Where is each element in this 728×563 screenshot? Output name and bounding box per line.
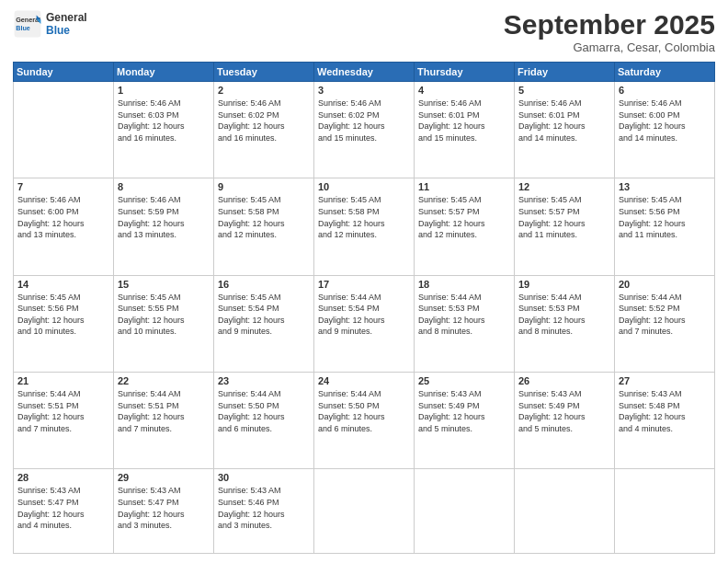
svg-text:Blue: Blue xyxy=(16,24,30,32)
logo-text-general: General xyxy=(46,11,87,24)
day-number: 20 xyxy=(619,279,711,290)
calendar-cell: 13Sunrise: 5:45 AM Sunset: 5:56 PM Dayli… xyxy=(615,178,715,275)
day-info: Sunrise: 5:43 AM Sunset: 5:47 PM Dayligh… xyxy=(118,485,210,531)
day-number: 25 xyxy=(418,375,510,386)
day-number: 27 xyxy=(619,375,711,386)
day-number: 2 xyxy=(218,85,310,96)
calendar-cell: 5Sunrise: 5:46 AM Sunset: 6:01 PM Daylig… xyxy=(515,82,615,178)
day-number: 5 xyxy=(518,85,610,96)
header: General Blue General Blue September 2025… xyxy=(13,9,715,54)
calendar-cell: 20Sunrise: 5:44 AM Sunset: 5:52 PM Dayli… xyxy=(615,275,715,372)
col-friday: Friday xyxy=(515,63,615,82)
day-info: Sunrise: 5:46 AM Sunset: 6:02 PM Dayligh… xyxy=(218,98,310,144)
day-number: 11 xyxy=(418,181,510,192)
col-wednesday: Wednesday xyxy=(314,63,415,82)
day-info: Sunrise: 5:45 AM Sunset: 5:57 PM Dayligh… xyxy=(518,194,610,240)
col-sunday: Sunday xyxy=(14,63,114,82)
calendar-cell: 4Sunrise: 5:46 AM Sunset: 6:01 PM Daylig… xyxy=(415,82,515,178)
calendar-cell: 14Sunrise: 5:45 AM Sunset: 5:56 PM Dayli… xyxy=(14,275,114,372)
calendar-cell: 23Sunrise: 5:44 AM Sunset: 5:50 PM Dayli… xyxy=(214,372,314,468)
day-info: Sunrise: 5:44 AM Sunset: 5:54 PM Dayligh… xyxy=(318,292,410,338)
calendar-cell: 8Sunrise: 5:46 AM Sunset: 5:59 PM Daylig… xyxy=(114,178,214,275)
calendar-cell xyxy=(314,469,415,554)
calendar-cell: 6Sunrise: 5:46 AM Sunset: 6:00 PM Daylig… xyxy=(615,82,715,178)
calendar-cell: 17Sunrise: 5:44 AM Sunset: 5:54 PM Dayli… xyxy=(314,275,415,372)
day-info: Sunrise: 5:45 AM Sunset: 5:58 PM Dayligh… xyxy=(218,194,310,240)
calendar-cell: 30Sunrise: 5:43 AM Sunset: 5:46 PM Dayli… xyxy=(214,469,314,554)
day-info: Sunrise: 5:45 AM Sunset: 5:58 PM Dayligh… xyxy=(318,194,410,240)
col-saturday: Saturday xyxy=(615,63,715,82)
calendar-cell xyxy=(14,82,114,178)
day-number: 15 xyxy=(118,279,210,290)
logo: General Blue General Blue xyxy=(13,9,87,39)
day-info: Sunrise: 5:43 AM Sunset: 5:49 PM Dayligh… xyxy=(518,388,610,434)
calendar-cell: 7Sunrise: 5:46 AM Sunset: 6:00 PM Daylig… xyxy=(14,178,114,275)
day-number: 28 xyxy=(17,472,109,483)
day-number: 13 xyxy=(619,181,711,192)
day-info: Sunrise: 5:45 AM Sunset: 5:55 PM Dayligh… xyxy=(118,292,210,338)
day-number: 9 xyxy=(218,181,310,192)
day-info: Sunrise: 5:43 AM Sunset: 5:47 PM Dayligh… xyxy=(17,485,109,531)
calendar-cell: 16Sunrise: 5:45 AM Sunset: 5:54 PM Dayli… xyxy=(214,275,314,372)
day-number: 19 xyxy=(518,279,610,290)
day-info: Sunrise: 5:44 AM Sunset: 5:50 PM Dayligh… xyxy=(218,388,310,434)
day-number: 14 xyxy=(17,279,109,290)
day-info: Sunrise: 5:46 AM Sunset: 6:03 PM Dayligh… xyxy=(118,98,210,144)
day-info: Sunrise: 5:44 AM Sunset: 5:52 PM Dayligh… xyxy=(619,292,711,338)
calendar-cell xyxy=(415,469,515,554)
day-info: Sunrise: 5:43 AM Sunset: 5:48 PM Dayligh… xyxy=(619,388,711,434)
page: General Blue General Blue September 2025… xyxy=(0,0,728,563)
calendar-week-1: 7Sunrise: 5:46 AM Sunset: 6:00 PM Daylig… xyxy=(14,178,715,275)
day-number: 10 xyxy=(318,181,410,192)
calendar: Sunday Monday Tuesday Wednesday Thursday… xyxy=(13,62,715,554)
day-info: Sunrise: 5:46 AM Sunset: 6:00 PM Dayligh… xyxy=(17,194,109,240)
calendar-cell: 11Sunrise: 5:45 AM Sunset: 5:57 PM Dayli… xyxy=(415,178,515,275)
calendar-cell: 19Sunrise: 5:44 AM Sunset: 5:53 PM Dayli… xyxy=(515,275,615,372)
day-info: Sunrise: 5:46 AM Sunset: 6:00 PM Dayligh… xyxy=(619,98,711,144)
day-info: Sunrise: 5:44 AM Sunset: 5:51 PM Dayligh… xyxy=(17,388,109,434)
calendar-week-3: 21Sunrise: 5:44 AM Sunset: 5:51 PM Dayli… xyxy=(14,372,715,468)
day-number: 18 xyxy=(418,279,510,290)
calendar-cell: 27Sunrise: 5:43 AM Sunset: 5:48 PM Dayli… xyxy=(615,372,715,468)
col-monday: Monday xyxy=(114,63,214,82)
day-info: Sunrise: 5:43 AM Sunset: 5:46 PM Dayligh… xyxy=(218,485,310,531)
calendar-cell: 1Sunrise: 5:46 AM Sunset: 6:03 PM Daylig… xyxy=(114,82,214,178)
calendar-cell: 12Sunrise: 5:45 AM Sunset: 5:57 PM Dayli… xyxy=(515,178,615,275)
day-number: 23 xyxy=(218,375,310,386)
calendar-week-0: 1Sunrise: 5:46 AM Sunset: 6:03 PM Daylig… xyxy=(14,82,715,178)
calendar-cell: 18Sunrise: 5:44 AM Sunset: 5:53 PM Dayli… xyxy=(415,275,515,372)
calendar-cell: 21Sunrise: 5:44 AM Sunset: 5:51 PM Dayli… xyxy=(14,372,114,468)
calendar-body: 1Sunrise: 5:46 AM Sunset: 6:03 PM Daylig… xyxy=(14,82,715,554)
day-number: 8 xyxy=(118,181,210,192)
location: Gamarra, Cesar, Colombia xyxy=(504,40,715,54)
calendar-cell: 29Sunrise: 5:43 AM Sunset: 5:47 PM Dayli… xyxy=(114,469,214,554)
day-info: Sunrise: 5:44 AM Sunset: 5:53 PM Dayligh… xyxy=(418,292,510,338)
calendar-week-2: 14Sunrise: 5:45 AM Sunset: 5:56 PM Dayli… xyxy=(14,275,715,372)
day-number: 22 xyxy=(118,375,210,386)
day-info: Sunrise: 5:46 AM Sunset: 6:01 PM Dayligh… xyxy=(518,98,610,144)
day-number: 6 xyxy=(619,85,711,96)
day-info: Sunrise: 5:45 AM Sunset: 5:54 PM Dayligh… xyxy=(218,292,310,338)
day-info: Sunrise: 5:44 AM Sunset: 5:51 PM Dayligh… xyxy=(118,388,210,434)
calendar-cell: 2Sunrise: 5:46 AM Sunset: 6:02 PM Daylig… xyxy=(214,82,314,178)
day-info: Sunrise: 5:43 AM Sunset: 5:49 PM Dayligh… xyxy=(418,388,510,434)
calendar-cell: 25Sunrise: 5:43 AM Sunset: 5:49 PM Dayli… xyxy=(415,372,515,468)
day-info: Sunrise: 5:44 AM Sunset: 5:50 PM Dayligh… xyxy=(318,388,410,434)
calendar-week-4: 28Sunrise: 5:43 AM Sunset: 5:47 PM Dayli… xyxy=(14,469,715,554)
day-number: 30 xyxy=(218,472,310,483)
col-thursday: Thursday xyxy=(415,63,515,82)
month-year: September 2025 xyxy=(504,9,715,40)
calendar-cell: 10Sunrise: 5:45 AM Sunset: 5:58 PM Dayli… xyxy=(314,178,415,275)
day-info: Sunrise: 5:46 AM Sunset: 5:59 PM Dayligh… xyxy=(118,194,210,240)
calendar-cell xyxy=(615,469,715,554)
day-number: 21 xyxy=(17,375,109,386)
day-number: 26 xyxy=(518,375,610,386)
day-number: 7 xyxy=(17,181,109,192)
calendar-cell: 9Sunrise: 5:45 AM Sunset: 5:58 PM Daylig… xyxy=(214,178,314,275)
day-number: 29 xyxy=(118,472,210,483)
calendar-cell: 26Sunrise: 5:43 AM Sunset: 5:49 PM Dayli… xyxy=(515,372,615,468)
day-number: 4 xyxy=(418,85,510,96)
calendar-cell: 28Sunrise: 5:43 AM Sunset: 5:47 PM Dayli… xyxy=(14,469,114,554)
day-number: 17 xyxy=(318,279,410,290)
day-info: Sunrise: 5:45 AM Sunset: 5:56 PM Dayligh… xyxy=(17,292,109,338)
